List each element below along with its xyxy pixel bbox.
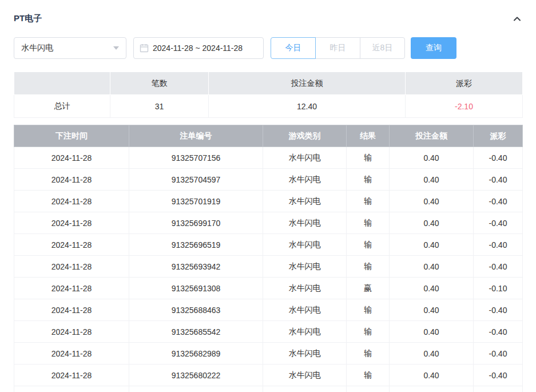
calendar-icon	[140, 43, 149, 53]
result-cell: 输	[347, 234, 390, 256]
chevron-up-icon	[512, 14, 522, 24]
table-row: 2024-11-28 91325693942 水牛闪电 输 0.40 -0.40	[14, 256, 523, 278]
result-cell: 输	[347, 365, 390, 386]
bet-amount-cell: 0.40	[390, 256, 474, 278]
bet-time-cell: 2024-11-28	[14, 256, 129, 278]
result-cell: 输	[347, 169, 390, 191]
order-id-cell: 91325688463	[129, 299, 263, 321]
order-id-cell: 91325699170	[129, 212, 263, 234]
bet-time-cell: 2024-11-28	[14, 386, 129, 392]
summary-total-label: 总计	[14, 95, 110, 118]
result-cell: 输	[347, 212, 390, 234]
bet-time-cell: 2024-11-28	[14, 343, 129, 365]
table-row: 2024-11-28 91325696519 水牛闪电 输 0.40 -0.40	[14, 234, 523, 256]
payout-cell: -0.40	[474, 234, 523, 256]
bets-table: 下注时间 注单编号 游戏类别 结果 投注金额 派彩 2024-11-28 913…	[14, 125, 523, 392]
bet-time-cell: 2024-11-28	[14, 191, 129, 212]
bet-amount-cell: 0.40	[390, 278, 474, 299]
payout-cell: -0.40	[474, 147, 523, 169]
payout-cell: -0.40	[474, 321, 523, 343]
table-row: 2024-11-28 91325688463 水牛闪电 输 0.40 -0.40	[14, 299, 523, 321]
table-row: 2024-11-28 91325685542 水牛闪电 输 0.40 -0.40	[14, 321, 523, 343]
summary-total-row: 总计 31 12.40 -2.10	[14, 95, 523, 118]
header-game-type: 游戏类别	[263, 125, 347, 147]
game-type-cell: 水牛闪电	[263, 256, 347, 278]
order-id-cell: 91325693942	[129, 256, 263, 278]
order-id-cell: 91325707156	[129, 147, 263, 169]
order-id-cell: 91325704597	[129, 169, 263, 191]
bet-amount-cell: 0.40	[390, 321, 474, 343]
bet-time-cell: 2024-11-28	[14, 278, 129, 299]
chevron-down-icon	[113, 46, 119, 50]
payout-cell	[474, 386, 523, 392]
filter-bar: 水牛闪电 2024-11-28 ~ 2024-11-28 今日 昨日 近8日 查…	[14, 37, 522, 59]
collapse-button[interactable]	[512, 14, 522, 24]
summary-total-bet-amount: 12.40	[209, 95, 406, 118]
bet-amount-cell: 0.40	[390, 365, 474, 386]
header-result: 结果	[347, 125, 390, 147]
result-cell: 输	[347, 321, 390, 343]
summary-header-count: 笔数	[110, 72, 209, 95]
bet-time-cell: 2024-11-28	[14, 169, 129, 191]
bet-amount-cell: 0.40	[390, 147, 474, 169]
game-type-cell: 水牛闪电	[263, 234, 347, 256]
result-cell: 输	[347, 256, 390, 278]
payout-cell: -0.40	[474, 169, 523, 191]
payout-cell: -0.40	[474, 299, 523, 321]
page-title: PT电子	[14, 13, 42, 24]
order-id-cell: 91325685542	[129, 321, 263, 343]
result-cell: 输	[347, 299, 390, 321]
date-range-input[interactable]: 2024-11-28 ~ 2024-11-28	[133, 37, 264, 59]
game-select[interactable]: 水牛闪电	[14, 37, 126, 59]
bet-amount-cell: 0.40	[390, 234, 474, 256]
bets-table-header-row: 下注时间 注单编号 游戏类别 结果 投注金额 派彩	[14, 125, 523, 147]
payout-cell: -0.10	[474, 278, 523, 299]
search-button[interactable]: 查询	[411, 37, 456, 59]
summary-header-row: 笔数 投注金额 派彩	[14, 72, 523, 95]
date-range-value: 2024-11-28 ~ 2024-11-28	[153, 43, 243, 53]
bets-table-body: 2024-11-28 91325707156 水牛闪电 输 0.40 -0.40…	[14, 147, 523, 392]
table-row: 2024-11-28 91325707156 水牛闪电 输 0.40 -0.40	[14, 147, 523, 169]
quick-filter-group: 今日 昨日 近8日	[271, 37, 405, 59]
summary-header-empty	[14, 72, 110, 95]
bet-time-cell: 2024-11-28	[14, 299, 129, 321]
table-row: 2024-11-28 水牛闪电 输	[14, 386, 523, 392]
game-type-cell: 水牛闪电	[263, 321, 347, 343]
game-type-cell: 水牛闪电	[263, 212, 347, 234]
game-type-cell: 水牛闪电	[263, 169, 347, 191]
payout-cell: -0.40	[474, 191, 523, 212]
bet-amount-cell: 0.40	[390, 191, 474, 212]
table-row: 2024-11-28 91325701919 水牛闪电 输 0.40 -0.40	[14, 191, 523, 212]
summary-total-payout: -2.10	[406, 95, 523, 118]
summary-total-count: 31	[110, 95, 209, 118]
summary-table: 笔数 投注金额 派彩 总计 31 12.40 -2.10	[14, 72, 523, 118]
bet-time-cell: 2024-11-28	[14, 321, 129, 343]
table-row: 2024-11-28 91325680222 水牛闪电 输 0.40 -0.40	[14, 365, 523, 386]
quick-filter-today[interactable]: 今日	[271, 37, 316, 59]
game-type-cell: 水牛闪电	[263, 191, 347, 212]
bet-time-cell: 2024-11-28	[14, 212, 129, 234]
game-type-cell: 水牛闪电	[263, 386, 347, 392]
order-id-cell: 91325701919	[129, 191, 263, 212]
order-id-cell: 91325682989	[129, 343, 263, 365]
summary-header-payout: 派彩	[406, 72, 523, 95]
payout-cell: -0.40	[474, 365, 523, 386]
bet-time-cell: 2024-11-28	[14, 234, 129, 256]
quick-filter-last8days[interactable]: 近8日	[360, 37, 405, 59]
header-order-id: 注单编号	[129, 125, 263, 147]
quick-filter-yesterday[interactable]: 昨日	[315, 37, 360, 59]
order-id-cell: 91325680222	[129, 365, 263, 386]
table-row: 2024-11-28 91325682989 水牛闪电 输 0.40 -0.40	[14, 343, 523, 365]
payout-cell: -0.40	[474, 343, 523, 365]
table-row: 2024-11-28 91325699170 水牛闪电 输 0.40 -0.40	[14, 212, 523, 234]
result-cell: 输	[347, 147, 390, 169]
game-type-cell: 水牛闪电	[263, 365, 347, 386]
result-cell: 输	[347, 386, 390, 392]
table-row: 2024-11-28 91325704597 水牛闪电 输 0.40 -0.40	[14, 169, 523, 191]
bet-time-cell: 2024-11-28	[14, 365, 129, 386]
order-id-cell: 91325696519	[129, 234, 263, 256]
order-id-cell	[129, 386, 263, 392]
result-cell: 赢	[347, 278, 390, 299]
game-type-cell: 水牛闪电	[263, 299, 347, 321]
order-id-cell: 91325691308	[129, 278, 263, 299]
